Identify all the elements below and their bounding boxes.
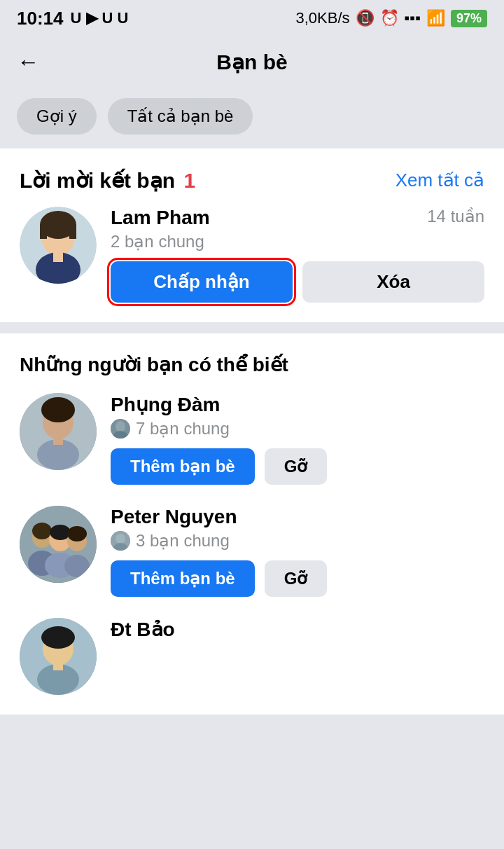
page-header: ← Bạn bè bbox=[0, 36, 504, 87]
status-bar: 10:14 U ▶ U U 3,0KB/s 📵 ⏰ ▪▪▪ 📶 97% bbox=[0, 0, 504, 36]
carrier-icons: U ▶ U U bbox=[71, 9, 129, 27]
svg-rect-4 bbox=[69, 225, 76, 239]
signal-bars-icon: ▪▪▪ bbox=[405, 9, 421, 27]
remove-button[interactable]: Gỡ bbox=[265, 560, 328, 597]
delete-button[interactable]: Xóa bbox=[302, 261, 484, 303]
people-section-title: Những người bạn có thể biết bbox=[20, 353, 484, 376]
svg-point-13 bbox=[115, 421, 125, 432]
person-name: Phụng Đàm bbox=[111, 393, 484, 416]
section-title-group: Lời mời kết bạn 1 bbox=[20, 168, 195, 193]
person-actions: Thêm bạn bè Gỡ bbox=[111, 560, 484, 597]
avatar bbox=[20, 506, 97, 583]
network-speed: 3,0KB/s bbox=[296, 9, 350, 27]
mutual-row: 7 bạn chung bbox=[111, 419, 484, 439]
page-title: Bạn bè bbox=[216, 50, 287, 74]
battery-icon: 97% bbox=[451, 10, 487, 27]
svg-rect-3 bbox=[40, 225, 47, 239]
svg-rect-11 bbox=[53, 436, 63, 445]
tab-all-friends[interactable]: Tất cả bạn bè bbox=[108, 98, 253, 134]
see-all-button[interactable]: Xem tất cả bbox=[396, 170, 484, 191]
avatar bbox=[20, 618, 97, 695]
friend-requests-count: 1 bbox=[183, 169, 195, 192]
status-time: 10:14 U ▶ U U bbox=[17, 8, 129, 29]
section-header: Lời mời kết bạn 1 Xem tất cả bbox=[20, 168, 484, 193]
avatar bbox=[20, 207, 97, 284]
friend-requests-card: Lời mời kết bạn 1 Xem tất cả bbox=[0, 149, 504, 322]
mutual-row: 3 bạn chung bbox=[111, 531, 484, 551]
person-info: Phụng Đàm 7 bạn chung Thêm bạn bè Gỡ bbox=[111, 393, 484, 485]
people-you-may-know-section: Những người bạn có thể biết Phụng Đàm 7 … bbox=[0, 333, 504, 715]
svg-point-26 bbox=[115, 534, 125, 544]
svg-rect-6 bbox=[53, 252, 63, 262]
svg-point-30 bbox=[41, 626, 75, 649]
alarm-icon: ⏰ bbox=[380, 9, 399, 27]
svg-point-17 bbox=[32, 523, 52, 539]
person-actions: Thêm bạn bè Gỡ bbox=[111, 448, 484, 485]
friend-request-item: Lam Pham 14 tuần 2 bạn chung Chấp nhận X… bbox=[20, 207, 484, 303]
svg-point-24 bbox=[64, 555, 90, 577]
filter-tabs: Gợi ý Tất cả bạn bè bbox=[0, 87, 504, 149]
svg-rect-32 bbox=[53, 662, 63, 670]
time-display: 10:14 bbox=[17, 8, 64, 29]
tab-suggestions[interactable]: Gợi ý bbox=[17, 98, 97, 134]
person-name: Đt Bảo bbox=[111, 618, 484, 641]
signal-icon: 📵 bbox=[356, 9, 374, 27]
mutual-avatar-small bbox=[111, 531, 130, 551]
accept-button[interactable]: Chấp nhận bbox=[111, 261, 293, 303]
battery-level: 97 bbox=[456, 11, 470, 26]
mutual-avatar-small bbox=[111, 419, 130, 439]
list-item: Peter Nguyen 3 bạn chung Thêm bạn bè Gỡ bbox=[20, 506, 484, 597]
friend-name: Lam Pham bbox=[111, 207, 210, 229]
status-icons: 3,0KB/s 📵 ⏰ ▪▪▪ 📶 97% bbox=[296, 9, 488, 27]
list-item: Phụng Đàm 7 bạn chung Thêm bạn bè Gỡ bbox=[20, 393, 484, 485]
back-button[interactable]: ← bbox=[17, 49, 39, 75]
avatar bbox=[20, 393, 97, 470]
friend-info: Lam Pham 14 tuần 2 bạn chung Chấp nhận X… bbox=[111, 207, 484, 303]
friend-time: 14 tuần bbox=[427, 207, 484, 226]
friend-requests-title: Lời mời kết bạn bbox=[20, 169, 175, 192]
mutual-count: 3 bạn chung bbox=[136, 531, 230, 551]
svg-point-23 bbox=[67, 526, 87, 541]
action-buttons: Chấp nhận Xóa bbox=[111, 261, 484, 303]
list-item: Đt Bảo bbox=[20, 618, 484, 695]
mutual-count: 7 bạn chung bbox=[136, 419, 230, 439]
friend-name-row: Lam Pham 14 tuần bbox=[111, 207, 484, 229]
remove-button[interactable]: Gỡ bbox=[265, 448, 328, 485]
add-friend-button[interactable]: Thêm bạn bè bbox=[111, 448, 255, 485]
person-name: Peter Nguyen bbox=[111, 506, 484, 528]
svg-point-9 bbox=[41, 397, 75, 422]
add-friend-button[interactable]: Thêm bạn bè bbox=[111, 560, 255, 597]
mutual-friends: 2 bạn chung bbox=[111, 232, 484, 251]
person-info: Peter Nguyen 3 bạn chung Thêm bạn bè Gỡ bbox=[111, 506, 484, 597]
person-info: Đt Bảo bbox=[111, 618, 484, 644]
wifi-icon: 📶 bbox=[426, 9, 445, 27]
